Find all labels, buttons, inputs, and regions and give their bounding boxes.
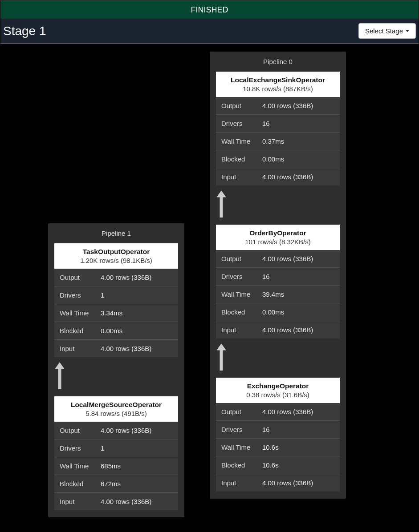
stat-value-drivers: 1 xyxy=(101,291,173,299)
stat-value-blocked: 0.00ms xyxy=(262,308,334,316)
svg-marker-0 xyxy=(217,191,226,197)
stat-label-walltime: Wall Time xyxy=(221,443,262,451)
svg-rect-1 xyxy=(220,197,223,218)
stat-label-blocked: Blocked xyxy=(221,308,262,316)
operator-name: LocalExchangeSinkOperator xyxy=(220,76,336,84)
stat-value-blocked: 0.00ms xyxy=(262,155,334,163)
operator-stat-row: Input 4.00 rows (336B) xyxy=(54,492,178,510)
stat-label-output: Output xyxy=(221,102,262,109)
operator-rate: 5.84 rows/s (491B/s) xyxy=(58,410,175,417)
stat-label-output: Output xyxy=(221,408,262,415)
operator-name: TaskOutputOperator xyxy=(58,248,175,256)
operator-stats: Output 4.00 rows (336B) Drivers 16 Wall … xyxy=(216,97,340,185)
stat-value-walltime: 685ms xyxy=(101,462,173,470)
operator-name: ExchangeOperator xyxy=(220,382,336,390)
operator-stat-row: Wall Time 10.6s xyxy=(216,438,340,456)
stat-label-blocked: Blocked xyxy=(60,480,101,488)
stat-label-input: Input xyxy=(221,479,262,487)
stat-value-output: 4.00 rows (336B) xyxy=(262,102,334,109)
operator-stat-row: Wall Time 39.4ms xyxy=(216,285,340,303)
flow-arrow-icon xyxy=(54,363,65,389)
operator-block[interactable]: LocalMergeSourceOperator 5.84 rows/s (49… xyxy=(54,396,178,510)
operator-rate: 1.20K rows/s (98.1KB/s) xyxy=(58,257,175,264)
operator-stat-row: Output 4.00 rows (336B) xyxy=(54,422,178,439)
stat-label-walltime: Wall Time xyxy=(221,290,262,298)
operator-stat-row: Output 4.00 rows (336B) xyxy=(216,250,340,267)
stat-value-walltime: 3.34ms xyxy=(101,309,173,317)
stat-label-output: Output xyxy=(60,274,101,281)
operator-rate: 101 rows/s (8.32KB/s) xyxy=(220,238,336,246)
operator-block[interactable]: ExchangeOperator 0.38 rows/s (31.6B/s) O… xyxy=(216,378,340,492)
stat-value-blocked: 0.00ms xyxy=(101,327,173,335)
pipeline-canvas: Pipeline 0 LocalExchangeSinkOperator 10.… xyxy=(0,47,419,532)
pipeline-panel: Pipeline 0 LocalExchangeSinkOperator 10.… xyxy=(210,52,346,499)
pipeline-title: Pipeline 1 xyxy=(54,230,178,237)
operator-block[interactable]: TaskOutputOperator 1.20K rows/s (98.1KB/… xyxy=(54,243,178,357)
stage-header: Stage 1 Select Stage xyxy=(0,19,419,43)
stat-value-output: 4.00 rows (336B) xyxy=(101,427,173,434)
stage-title: Stage 1 xyxy=(3,24,46,38)
svg-marker-4 xyxy=(55,363,64,369)
operator-stat-row: Output 4.00 rows (336B) xyxy=(216,97,340,114)
stat-value-drivers: 16 xyxy=(262,120,334,127)
operator-stat-row: Wall Time 685ms xyxy=(54,457,178,475)
operator-block[interactable]: OrderByOperator 101 rows/s (8.32KB/s) Ou… xyxy=(216,225,340,339)
stat-value-input: 4.00 rows (336B) xyxy=(262,479,334,487)
operator-header: TaskOutputOperator 1.20K rows/s (98.1KB/… xyxy=(54,243,178,269)
select-stage-button[interactable]: Select Stage xyxy=(358,23,416,39)
stat-value-walltime: 10.6s xyxy=(262,443,334,451)
operator-stat-row: Input 4.00 rows (336B) xyxy=(54,339,178,357)
operator-name: OrderByOperator xyxy=(220,229,336,237)
stat-label-input: Input xyxy=(221,326,262,334)
stat-value-drivers: 16 xyxy=(262,426,334,433)
operator-stat-row: Input 4.00 rows (336B) xyxy=(216,321,340,339)
operator-stat-row: Wall Time 0.37ms xyxy=(216,132,340,150)
stat-value-blocked: 672ms xyxy=(101,480,173,488)
stat-value-input: 4.00 rows (336B) xyxy=(262,173,334,181)
operator-stat-row: Output 4.00 rows (336B) xyxy=(216,403,340,420)
stat-value-walltime: 0.37ms xyxy=(262,137,334,145)
stat-value-output: 4.00 rows (336B) xyxy=(101,274,173,281)
operator-block[interactable]: LocalExchangeSinkOperator 10.8K rows/s (… xyxy=(216,72,340,185)
operator-stat-row: Wall Time 3.34ms xyxy=(54,304,178,322)
operator-header: LocalExchangeSinkOperator 10.8K rows/s (… xyxy=(216,72,340,97)
operator-stat-row: Output 4.00 rows (336B) xyxy=(54,269,178,286)
operator-header: LocalMergeSourceOperator 5.84 rows/s (49… xyxy=(54,396,178,422)
operator-stat-row: Blocked 0.00ms xyxy=(54,322,178,339)
svg-rect-3 xyxy=(220,350,223,371)
operator-stat-row: Blocked 0.00ms xyxy=(216,303,340,321)
stat-value-output: 4.00 rows (336B) xyxy=(262,408,334,415)
stat-value-drivers: 16 xyxy=(262,273,334,280)
operator-stat-row: Blocked 672ms xyxy=(54,475,178,492)
chevron-down-icon xyxy=(406,30,409,32)
operator-stat-row: Drivers 16 xyxy=(216,420,340,438)
status-bar: FINISHED xyxy=(0,0,419,19)
stat-label-walltime: Wall Time xyxy=(60,462,101,470)
flow-arrow-icon xyxy=(216,344,227,371)
operator-stat-row: Drivers 16 xyxy=(216,267,340,285)
stat-value-input: 4.00 rows (336B) xyxy=(262,326,334,334)
stat-label-input: Input xyxy=(60,345,101,352)
operator-stats: Output 4.00 rows (336B) Drivers 1 Wall T… xyxy=(54,422,178,510)
stat-label-walltime: Wall Time xyxy=(60,309,101,317)
operator-rate: 10.8K rows/s (887KB/s) xyxy=(220,85,336,93)
operator-header: ExchangeOperator 0.38 rows/s (31.6B/s) xyxy=(216,378,340,403)
operator-stat-row: Blocked 10.6s xyxy=(216,456,340,474)
stat-value-output: 4.00 rows (336B) xyxy=(262,255,334,262)
operator-stat-row: Drivers 16 xyxy=(216,114,340,132)
operator-header: OrderByOperator 101 rows/s (8.32KB/s) xyxy=(216,225,340,250)
operator-stat-row: Drivers 1 xyxy=(54,439,178,457)
pipeline-title: Pipeline 0 xyxy=(216,58,340,65)
stat-value-input: 4.00 rows (336B) xyxy=(101,345,173,352)
stat-label-blocked: Blocked xyxy=(221,461,262,469)
operator-stats: Output 4.00 rows (336B) Drivers 1 Wall T… xyxy=(54,269,178,357)
pipeline-canvas-scroll[interactable]: Pipeline 0 LocalExchangeSinkOperator 10.… xyxy=(0,47,419,532)
stat-label-output: Output xyxy=(221,255,262,262)
stat-value-blocked: 10.6s xyxy=(262,461,334,469)
operator-rate: 0.38 rows/s (31.6B/s) xyxy=(220,391,336,399)
stat-label-blocked: Blocked xyxy=(221,155,262,163)
operator-stat-row: Input 4.00 rows (336B) xyxy=(216,474,340,492)
stat-label-walltime: Wall Time xyxy=(221,137,262,145)
stat-label-input: Input xyxy=(60,498,101,505)
operator-stats: Output 4.00 rows (336B) Drivers 16 Wall … xyxy=(216,403,340,492)
